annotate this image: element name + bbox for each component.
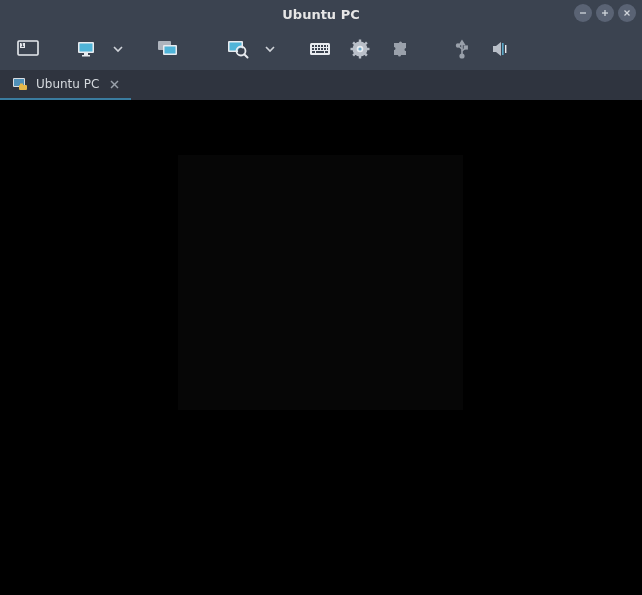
svg-rect-52 [505, 45, 506, 53]
tab-ubuntu-pc[interactable]: Ubuntu PC [0, 70, 131, 100]
multi-monitor-button[interactable] [148, 28, 188, 70]
svg-rect-39 [351, 48, 354, 50]
svg-rect-33 [312, 51, 315, 53]
svg-rect-51 [502, 43, 504, 55]
svg-point-46 [358, 47, 361, 50]
sound-button[interactable] [482, 28, 522, 70]
svg-rect-28 [315, 48, 317, 50]
svg-point-49 [457, 44, 460, 47]
zoom-dropdown[interactable] [258, 28, 282, 70]
svg-rect-31 [324, 48, 326, 50]
remote-display-area[interactable] [0, 100, 642, 595]
chevron-down-icon [113, 44, 123, 54]
close-icon [110, 80, 119, 89]
keyboard-icon [309, 42, 331, 56]
chevron-down-icon [265, 44, 275, 54]
svg-rect-50 [465, 46, 468, 49]
tab-close-button[interactable] [107, 77, 121, 91]
monitor-button[interactable] [66, 28, 106, 70]
svg-rect-34 [316, 51, 324, 53]
keyboard-button[interactable] [300, 28, 340, 70]
svg-rect-23 [318, 45, 320, 47]
svg-rect-38 [359, 56, 361, 59]
svg-rect-27 [312, 48, 314, 50]
minimize-icon [578, 8, 588, 18]
app-window: Ubuntu PC 1 [0, 0, 642, 595]
tab-label: Ubuntu PC [36, 77, 99, 91]
svg-rect-9 [80, 44, 93, 52]
monitor-icon [76, 40, 96, 58]
window-controls [574, 4, 636, 22]
settings-button[interactable] [340, 28, 380, 70]
svg-rect-29 [318, 48, 320, 50]
svg-rect-14 [165, 47, 176, 54]
svg-line-19 [244, 54, 247, 57]
zoom-icon [227, 39, 249, 59]
zoom-button[interactable] [218, 28, 258, 70]
svg-rect-11 [82, 55, 90, 57]
maximize-button[interactable] [596, 4, 614, 22]
svg-rect-32 [327, 48, 328, 50]
svg-rect-21 [312, 45, 314, 47]
svg-point-18 [238, 48, 244, 54]
svg-point-48 [460, 54, 464, 58]
plugins-button[interactable] [380, 28, 420, 70]
close-button[interactable] [618, 4, 636, 22]
close-icon [622, 8, 632, 18]
monitor-dropdown[interactable] [106, 28, 130, 70]
minimize-button[interactable] [574, 4, 592, 22]
usb-icon [455, 39, 469, 59]
tabbar: Ubuntu PC [0, 70, 642, 100]
svg-rect-35 [325, 51, 328, 53]
svg-rect-37 [359, 40, 361, 43]
svg-rect-24 [321, 45, 323, 47]
svg-rect-56 [20, 84, 23, 86]
titlebar: Ubuntu PC [0, 0, 642, 28]
puzzle-icon [391, 40, 409, 58]
svg-rect-40 [367, 48, 370, 50]
svg-rect-26 [327, 45, 328, 47]
toolbar: 1 [0, 28, 642, 70]
connections-button[interactable]: 1 [8, 28, 48, 70]
svg-rect-55 [19, 85, 27, 90]
svg-text:1: 1 [21, 42, 25, 48]
speaker-icon [491, 40, 513, 58]
connections-icon: 1 [17, 40, 39, 58]
window-title: Ubuntu PC [0, 7, 642, 22]
usb-button[interactable] [442, 28, 482, 70]
svg-rect-22 [315, 45, 317, 47]
gear-icon [350, 39, 370, 59]
svg-rect-10 [84, 53, 88, 55]
remote-screen-region [178, 155, 463, 410]
multi-monitor-icon [157, 40, 179, 58]
svg-rect-25 [324, 45, 326, 47]
maximize-icon [600, 8, 610, 18]
svg-rect-30 [321, 48, 323, 50]
remote-desktop-icon [12, 77, 28, 91]
